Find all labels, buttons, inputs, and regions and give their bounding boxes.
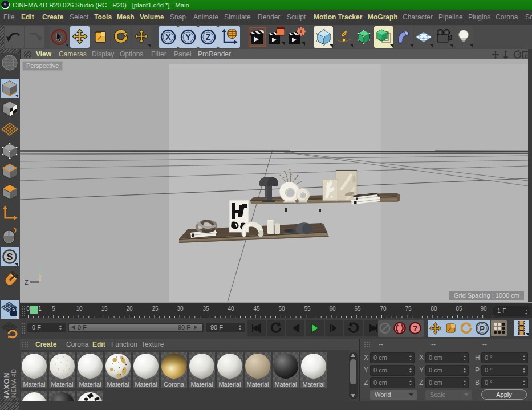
svg-text:?: ? bbox=[413, 324, 418, 333]
svg-text:S: S bbox=[7, 252, 13, 262]
svg-text:Z: Z bbox=[25, 279, 29, 286]
svg-text:Y: Y bbox=[185, 33, 191, 42]
svg-text:P: P bbox=[480, 324, 485, 333]
svg-text:Z: Z bbox=[206, 33, 211, 42]
svg-text:X: X bbox=[165, 33, 171, 42]
